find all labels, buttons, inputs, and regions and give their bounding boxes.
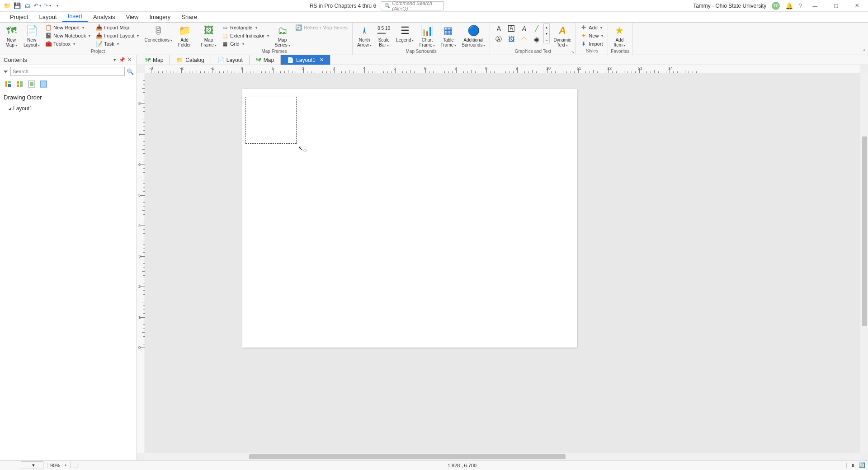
zoom-level[interactable]: 90%: [47, 463, 60, 468]
tab-analysis[interactable]: Analysis: [88, 12, 120, 22]
new-map-button[interactable]: 🗺 New Map▾: [3, 24, 20, 49]
tab-imagery[interactable]: Imagery: [144, 12, 176, 22]
graphics-text-dialog-launcher[interactable]: ↘: [571, 50, 575, 54]
contents-search-input[interactable]: [10, 67, 125, 76]
text-tool-box[interactable]: 🄰: [505, 24, 517, 33]
map-frame-button[interactable]: 🖼 Map Frame▾: [199, 24, 218, 49]
refresh-map-series-button[interactable]: 🔄Refresh Map Series: [294, 24, 349, 32]
user-name[interactable]: Tammy - Ohio State University: [693, 3, 766, 9]
view-tab-layout1[interactable]: 📄Layout1✕: [281, 55, 330, 65]
zoom-dropdown-icon[interactable]: ▾: [65, 463, 66, 467]
connections-button[interactable]: 🛢 Connections▾: [142, 24, 174, 44]
new-report-button[interactable]: 📋New Report▾: [43, 24, 92, 32]
hscroll-thumb[interactable]: [249, 454, 566, 459]
vertical-scrollbar[interactable]: [861, 73, 868, 453]
horizontal-ruler[interactable]: -3-2-101234567891011121314: [145, 65, 860, 73]
horizontal-scrollbar[interactable]: [145, 453, 861, 460]
legend-button[interactable]: ☰ Legend▾: [394, 24, 415, 44]
add-folder-button[interactable]: 📁 Add Folder: [176, 24, 193, 48]
tab-insert[interactable]: Insert: [62, 11, 88, 22]
pane-dropdown-icon[interactable]: ▾: [111, 57, 118, 63]
user-avatar[interactable]: TP: [772, 2, 780, 10]
dynamic-text-button[interactable]: A Dynamic Text▾: [552, 24, 573, 49]
rectangle-button[interactable]: ▭Rectangle▾: [220, 24, 271, 32]
toc-element-type-icon[interactable]: [15, 80, 24, 89]
layout-page-area[interactable]: ↖▭: [145, 73, 860, 453]
toc-layout-item[interactable]: ◢ Layout1: [0, 103, 137, 113]
tab-close-icon[interactable]: ✕: [320, 57, 324, 63]
tab-layout[interactable]: Layout: [33, 12, 62, 22]
arc-tool[interactable]: ◠: [518, 34, 530, 44]
tab-view[interactable]: View: [120, 12, 144, 22]
view-tab-map[interactable]: 🗺Map: [139, 55, 170, 65]
toolbox-button[interactable]: 🧰Toolbox▾: [43, 40, 92, 48]
toc-selection-icon[interactable]: [39, 80, 48, 89]
picture-tool[interactable]: 🖼: [505, 34, 517, 44]
tab-share[interactable]: Share: [176, 12, 203, 22]
north-arrow-button[interactable]: North Arrow▾: [355, 24, 373, 49]
point-tool[interactable]: ◉: [531, 34, 542, 44]
text-tool-curved[interactable]: A: [518, 24, 530, 33]
extent-indicator-button[interactable]: ◫Extent Indicator▾: [220, 32, 271, 40]
gallery-down-icon[interactable]: ▾: [544, 30, 549, 37]
chart-frame-button[interactable]: 📊 Chart Frame▾: [417, 24, 437, 49]
text-tool-A[interactable]: A: [493, 24, 505, 33]
contents-pane: Contents ▾ 📌 ✕ ⏷ 🔍 Drawing Order ◢ Layou…: [0, 55, 137, 460]
redo-icon[interactable]: ↷▾: [43, 2, 51, 9]
filter-icon[interactable]: ⏷: [3, 68, 9, 75]
toc-drawing-order-icon[interactable]: [4, 80, 13, 89]
contents-search-row: ⏷ 🔍: [0, 65, 137, 78]
command-search[interactable]: 🔍 Command Search (Alt+Q): [381, 1, 444, 10]
pane-pin-icon[interactable]: 📌: [118, 57, 126, 63]
pause-draw-icon[interactable]: ⏸: [846, 463, 855, 468]
refresh-draw-icon[interactable]: 🔄: [859, 462, 865, 468]
import-map-button[interactable]: 📥Import Map: [94, 24, 141, 32]
additional-surrounds-button[interactable]: 🔵 Additional Surrounds▾: [460, 24, 487, 49]
grid-button[interactable]: ▦Grid▾: [220, 40, 271, 48]
pane-close-icon[interactable]: ✕: [126, 57, 133, 63]
view-tab-catalog[interactable]: 📁Catalog: [170, 55, 211, 65]
help-icon[interactable]: ?: [798, 2, 802, 9]
new-project-icon[interactable]: 🗂: [24, 2, 31, 9]
maximize-button[interactable]: ▢: [828, 1, 844, 11]
task-button[interactable]: 📝Task▾: [94, 40, 141, 48]
zoom-to-page-icon[interactable]: ⬚: [70, 462, 78, 468]
new-layout-button[interactable]: 📄 New Layout▾: [22, 24, 42, 49]
toc-map-frame-icon[interactable]: [27, 80, 36, 89]
add-item-button[interactable]: ★ Add Item▾: [611, 24, 628, 49]
undo-icon[interactable]: ↶▾: [33, 2, 41, 9]
styles-new-button[interactable]: ✦New▾: [579, 32, 605, 40]
view-tab-layout[interactable]: 📄Layout: [211, 55, 250, 65]
styles-import-button[interactable]: ⬇Import: [579, 40, 605, 48]
scale-bar-button[interactable]: 0 5 10━━━ Scale Bar▾: [375, 24, 392, 49]
save-icon[interactable]: 💾: [14, 2, 21, 9]
gallery-more-icon[interactable]: ≡: [544, 37, 549, 43]
circle-text-tool[interactable]: Ⓐ: [493, 34, 505, 44]
close-button[interactable]: ✕: [849, 1, 864, 11]
search-go-icon[interactable]: 🔍: [127, 68, 134, 75]
vertical-ruler[interactable]: 012345678: [137, 73, 145, 453]
notifications-icon[interactable]: 🔔: [785, 2, 793, 9]
gallery-up-icon[interactable]: ▴: [544, 24, 549, 30]
vscroll-thumb[interactable]: [862, 136, 867, 326]
import-layout-button[interactable]: 📥Import Layout▾: [94, 32, 141, 40]
table-frame-button[interactable]: ▦ Table Frame▾: [439, 24, 458, 49]
notebook-icon: 📓: [45, 33, 52, 39]
collapse-ribbon-icon[interactable]: ˄: [863, 49, 865, 54]
insert-draft-rectangle[interactable]: [245, 97, 297, 144]
tab-project[interactable]: Project: [5, 12, 33, 22]
qat-customize-icon[interactable]: ▾: [53, 2, 61, 9]
view-tab-map2[interactable]: 🗺Map: [250, 55, 281, 65]
line-tool[interactable]: ╱: [531, 24, 542, 33]
map-tab-icon: 🗺: [256, 57, 261, 63]
map-series-button[interactable]: 🗂 Map Series▾: [273, 24, 292, 49]
new-notebook-button[interactable]: 📓New Notebook▾: [43, 32, 92, 40]
map-icon: 🗺: [5, 24, 18, 37]
layout-page[interactable]: [242, 89, 577, 348]
styles-add-button[interactable]: ✚Add▾: [579, 24, 605, 32]
open-project-icon[interactable]: 📁: [4, 2, 11, 9]
status-dropdown[interactable]: ▾: [21, 461, 43, 469]
minimize-button[interactable]: —: [807, 1, 823, 11]
expand-icon[interactable]: ◢: [8, 106, 11, 111]
command-search-hint: Command Search (Alt+Q): [392, 0, 441, 11]
